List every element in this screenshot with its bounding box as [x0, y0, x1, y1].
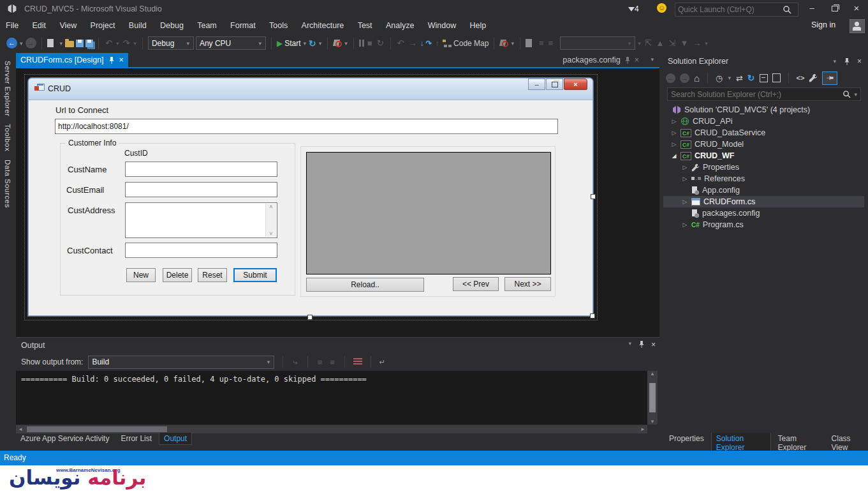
menu-view[interactable]: View — [54, 18, 82, 33]
scrollbar-thumb[interactable] — [649, 383, 656, 412]
solution-search-input[interactable] — [668, 90, 842, 99]
tab-output[interactable]: Output — [159, 433, 192, 445]
show-next-statement-icon[interactable]: → — [408, 38, 418, 48]
tab-packages-config[interactable]: packages.config × — [559, 53, 643, 67]
navigate-forward-button[interactable]: → — [26, 38, 36, 49]
sync-with-active-document-icon[interactable]: ⇄ — [736, 73, 743, 83]
expander-icon[interactable]: ▷ — [671, 130, 677, 136]
expander-icon[interactable]: ◢ — [671, 153, 677, 159]
menu-team[interactable]: Team — [191, 18, 223, 33]
prev-button[interactable]: << Prev — [453, 277, 499, 291]
custemail-textbox[interactable] — [125, 182, 277, 197]
form-minimize-button[interactable]: – — [528, 79, 545, 90]
menu-project[interactable]: Project — [85, 18, 121, 33]
nav-bar-icon-5[interactable]: → — [691, 38, 702, 48]
menu-window[interactable]: Window — [422, 18, 462, 33]
pin-icon[interactable] — [108, 56, 115, 64]
apply-code-changes-icon[interactable]: ↶ — [396, 38, 406, 48]
goto-prev-message-icon[interactable]: ≡ — [316, 357, 324, 367]
overflow-2-icon[interactable]: ▾ — [704, 40, 709, 47]
image-groupbox[interactable]: Reload.. << Prev Next >> — [300, 146, 555, 297]
tree-item-crud-wf[interactable]: ◢ C# CRUD_WF — [663, 150, 864, 162]
refresh-icon[interactable]: ↻ — [747, 73, 755, 83]
find-combobox[interactable]: ▾ — [560, 36, 635, 50]
window-position-dropdown-icon[interactable]: ▾ — [832, 58, 837, 64]
url-textbox[interactable] — [55, 119, 558, 134]
solution-platform-dropdown[interactable]: Any CPU▾ — [196, 36, 266, 50]
save-all-icon[interactable] — [85, 40, 93, 47]
toolbar-overflow-icon[interactable]: ▾ — [637, 40, 642, 47]
sidebar-tab-toolbox[interactable]: Toolbox — [4, 124, 11, 151]
home-icon[interactable]: ⌂ — [694, 73, 700, 84]
scroll-right-icon[interactable]: ► — [640, 426, 645, 432]
textbox-scrollbar[interactable]: ˄ ˅ — [265, 204, 276, 237]
properties-wrench-icon[interactable] — [809, 73, 818, 82]
save-icon[interactable] — [76, 40, 84, 47]
menu-help[interactable]: Help — [464, 18, 492, 33]
find-message-icon[interactable]: ⤷ — [291, 357, 298, 367]
account-avatar-icon[interactable] — [850, 19, 865, 33]
code-map-label[interactable]: Code Map — [453, 39, 489, 48]
form-close-button[interactable]: × — [564, 79, 587, 90]
open-file-icon[interactable] — [65, 41, 74, 47]
stop-icon[interactable]: ■ — [366, 38, 374, 48]
menu-edit[interactable]: Edit — [27, 18, 52, 33]
pin-icon[interactable] — [624, 56, 631, 64]
find-dropdown-icon[interactable]: ▾ — [344, 40, 348, 47]
resize-handle-right[interactable] — [591, 194, 596, 199]
resize-handle-bottom[interactable] — [307, 315, 313, 320]
step-over-icon[interactable]: ↷ — [426, 39, 432, 48]
scrollbar-thumb[interactable] — [27, 426, 167, 432]
hot-reload-dropdown-icon[interactable]: ▾ — [318, 40, 323, 47]
tab-well-dropdown-icon[interactable]: ▾ — [650, 56, 654, 63]
navigate-back-button[interactable]: ← — [6, 38, 17, 49]
url-to-connect-label[interactable]: Url to Connect — [55, 105, 108, 115]
menu-build[interactable]: Build — [123, 18, 152, 33]
restart-icon[interactable]: ↻ — [376, 38, 385, 48]
resize-handle-corner[interactable] — [590, 313, 595, 319]
close-pane-icon[interactable]: × — [651, 340, 656, 349]
menu-analyze[interactable]: Analyze — [380, 18, 420, 33]
indent-icon[interactable]: ≡ — [538, 38, 545, 48]
undo-dropdown-icon[interactable]: ▾ — [115, 40, 120, 47]
pending-changes-filter-icon[interactable]: ◷ — [716, 73, 723, 83]
scroll-down-icon[interactable]: ˅ — [269, 230, 272, 237]
custaddress-label[interactable]: CustAddress — [68, 206, 115, 215]
expander-icon[interactable]: ▷ — [682, 164, 688, 170]
form-maximize-button[interactable] — [546, 79, 563, 90]
find-in-files-icon[interactable] — [333, 39, 342, 47]
tree-item-crud-dataservice[interactable]: ▷ C# CRUD_DataService — [663, 127, 864, 139]
expander-icon[interactable]: ▷ — [671, 118, 677, 124]
hot-reload-icon[interactable]: ↻ — [309, 38, 316, 49]
menu-tools[interactable]: Tools — [263, 18, 293, 33]
reset-button[interactable]: Reset — [198, 268, 227, 282]
new-project-icon[interactable] — [47, 39, 57, 48]
new-button[interactable]: New — [126, 268, 156, 282]
code-map-icon[interactable] — [443, 40, 452, 47]
restore-button[interactable] — [825, 2, 844, 16]
new-item-dropdown-icon[interactable]: ▾ — [59, 40, 64, 47]
tab-crudform-design[interactable]: CRUDForm.cs [Design] × — [16, 53, 128, 67]
start-debug-icon[interactable]: ▶ — [277, 39, 283, 48]
tree-item-app-config[interactable]: App.config — [663, 184, 864, 196]
preview-selected-items-toggle[interactable] — [822, 71, 837, 85]
tab-close-icon[interactable]: × — [119, 56, 124, 64]
pin-icon[interactable] — [844, 57, 850, 66]
undo-icon[interactable]: ↶ — [104, 38, 114, 48]
tree-item-crud-model[interactable]: ▷ C# CRUD_Model — [663, 139, 864, 150]
tree-item-properties[interactable]: ▷ Properties — [663, 162, 864, 173]
tree-item-solution[interactable]: Solution 'CRUD_MVC5' (4 projects) — [663, 104, 864, 116]
menu-format[interactable]: Format — [224, 18, 261, 33]
window-position-dropdown-icon[interactable]: ▾ — [628, 340, 632, 349]
back-icon[interactable]: ← — [666, 73, 675, 83]
tab-error-list[interactable]: Error List — [116, 433, 156, 444]
winforms-designer-surface[interactable]: CRUD – × Url to Connect Customer Info Cu… — [16, 68, 659, 337]
expander-icon[interactable]: ▷ — [682, 199, 688, 205]
expander-icon[interactable]: ▷ — [682, 222, 688, 228]
solution-configuration-dropdown[interactable]: Debug▾ — [148, 36, 194, 50]
next-button[interactable]: Next >> — [504, 277, 551, 291]
nav-bar-icon-2[interactable]: ▲ — [655, 38, 666, 48]
quick-launch-input[interactable] — [675, 4, 783, 15]
document-outline-icon[interactable] — [526, 39, 536, 48]
custcontact-label[interactable]: CustContact — [67, 246, 113, 255]
